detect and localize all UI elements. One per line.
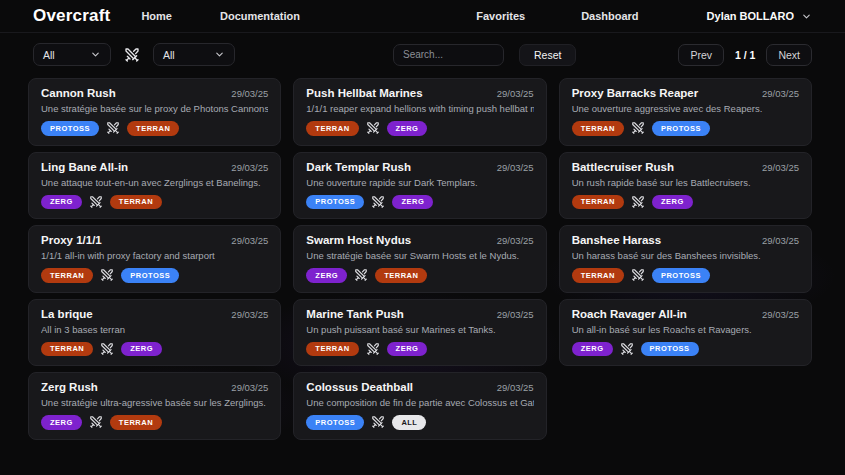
crossed-swords-icon	[631, 268, 645, 282]
build-card[interactable]: Colossus Deathball 29/03/25 Une composit…	[293, 372, 546, 440]
race-badge: TERRAN	[110, 415, 162, 430]
reset-button[interactable]: Reset	[519, 44, 576, 66]
race-badge: TERRAN	[127, 121, 179, 136]
card-races: ZERGTERRAN	[41, 415, 268, 430]
nav-item-dashboard[interactable]: Dashboard	[581, 10, 638, 22]
card-date: 29/03/25	[231, 235, 268, 246]
build-card[interactable]: Proxy Barracks Reaper 29/03/25 Une ouver…	[559, 78, 812, 146]
card-header: Roach Ravager All-in 29/03/25	[572, 308, 799, 320]
race-badge: ZERG	[387, 342, 428, 357]
race-filter-2-value: All	[163, 49, 175, 61]
card-races: PROTOSSZERG	[306, 195, 533, 210]
race-badge: TERRAN	[572, 121, 624, 136]
build-card[interactable]: Roach Ravager All-in 29/03/25 Un all-in …	[559, 299, 812, 367]
race-filter-1-value: All	[43, 49, 55, 61]
card-title: Proxy Barracks Reaper	[572, 87, 699, 99]
prev-page-button[interactable]: Prev	[678, 44, 724, 66]
card-title: Dark Templar Rush	[306, 161, 411, 173]
card-races: TERRANPROTOSS	[572, 268, 799, 283]
race-badge: ZERG	[121, 342, 162, 357]
crossed-swords-icon	[371, 195, 385, 209]
top-navbar: Overcraft Home Documentation Favorites D…	[0, 0, 845, 33]
card-races: ZERGPROTOSS	[572, 342, 799, 357]
race-badge: TERRAN	[572, 268, 624, 283]
card-description: Un push puissant basé sur Marines et Tan…	[306, 324, 533, 335]
card-title: Swarm Host Nydus	[306, 234, 411, 246]
build-card[interactable]: Push Hellbat Marines 29/03/25 1/1/1 reap…	[293, 78, 546, 146]
build-card[interactable]: Banshee Harass 29/03/25 Un harass basé s…	[559, 225, 812, 293]
next-page-button[interactable]: Next	[766, 44, 812, 66]
race-badge: ZERG	[572, 342, 613, 357]
page-indicator: 1 / 1	[735, 49, 755, 61]
nav-item-documentation[interactable]: Documentation	[220, 10, 300, 22]
crossed-swords-icon	[106, 121, 120, 135]
card-header: Ling Bane All-in 29/03/25	[41, 161, 268, 173]
crossed-swords-icon	[631, 121, 645, 135]
card-title: Marine Tank Push	[306, 308, 404, 320]
build-card[interactable]: Swarm Host Nydus 29/03/25 Une stratégie …	[293, 225, 546, 293]
build-card[interactable]: Marine Tank Push 29/03/25 Un push puissa…	[293, 299, 546, 367]
card-title: Cannon Rush	[41, 87, 116, 99]
user-name: Dylan BOLLARO	[707, 10, 794, 22]
card-header: Swarm Host Nydus 29/03/25	[306, 234, 533, 246]
race-badge: PROTOSS	[652, 121, 710, 136]
card-description: Une stratégie basée sur Swarm Hosts et l…	[306, 250, 533, 261]
crossed-swords-icon	[89, 195, 103, 209]
race-badge: TERRAN	[375, 268, 427, 283]
card-races: TERRANZERG	[572, 195, 799, 210]
card-title: Colossus Deathball	[306, 381, 413, 393]
race-filter-dropdown-2[interactable]: All	[153, 43, 235, 66]
race-badge: TERRAN	[41, 268, 93, 283]
build-card[interactable]: Proxy 1/1/1 29/03/25 1/1/1 all-in with p…	[28, 225, 281, 293]
card-description: Un harass basé sur des Banshees invisibl…	[572, 250, 799, 261]
card-description: Une stratégie ultra-agressive basée sur …	[41, 397, 268, 408]
card-header: Marine Tank Push 29/03/25	[306, 308, 533, 320]
card-date: 29/03/25	[762, 162, 799, 173]
race-filter-dropdown-1[interactable]: All	[33, 43, 111, 66]
nav-item-favorites[interactable]: Favorites	[476, 10, 525, 22]
card-races: TERRANZERG	[41, 342, 268, 357]
card-description: 1/1/1 reaper expand hellions with timing…	[306, 103, 533, 114]
race-badge: ALL	[392, 415, 426, 430]
search-input[interactable]	[393, 44, 504, 66]
card-header: Dark Templar Rush 29/03/25	[306, 161, 533, 173]
card-date: 29/03/25	[762, 235, 799, 246]
card-races: PROTOSSALL	[306, 415, 533, 430]
build-card[interactable]: Zerg Rush 29/03/25 Une stratégie ultra-a…	[28, 372, 281, 440]
race-badge: PROTOSS	[652, 268, 710, 283]
build-card[interactable]: Battlecruiser Rush 29/03/25 Un rush rapi…	[559, 152, 812, 220]
card-description: Une ouverture aggressive avec des Reaper…	[572, 103, 799, 114]
nav-item-home[interactable]: Home	[141, 10, 172, 22]
race-badge: ZERG	[652, 195, 693, 210]
card-header: Colossus Deathball 29/03/25	[306, 381, 533, 393]
card-description: Un rush rapide basé sur les Battlecruise…	[572, 177, 799, 188]
race-badge: PROTOSS	[641, 342, 699, 357]
card-description: 1/1/1 all-in with proxy factory and star…	[41, 250, 268, 261]
race-badge: ZERG	[306, 268, 347, 283]
versus-separator	[124, 47, 140, 63]
race-badge: PROTOSS	[306, 195, 364, 210]
card-date: 29/03/25	[231, 382, 268, 393]
crossed-swords-icon	[366, 342, 380, 356]
race-badge: TERRAN	[41, 342, 93, 357]
race-badge: ZERG	[392, 195, 433, 210]
card-title: Proxy 1/1/1	[41, 234, 102, 246]
card-title: Zerg Rush	[41, 381, 98, 393]
card-races: ZERGTERRAN	[306, 268, 533, 283]
chevron-down-icon	[90, 49, 101, 60]
card-header: Battlecruiser Rush 29/03/25	[572, 161, 799, 173]
card-description: Une stratégie basée sur le proxy de Phot…	[41, 103, 268, 114]
build-card[interactable]: Ling Bane All-in 29/03/25 Une attaque to…	[28, 152, 281, 220]
card-header: Proxy 1/1/1 29/03/25	[41, 234, 268, 246]
card-date: 29/03/25	[497, 309, 534, 320]
app-logo[interactable]: Overcraft	[33, 6, 110, 26]
build-card[interactable]: Cannon Rush 29/03/25 Une stratégie basée…	[28, 78, 281, 146]
card-header: Push Hellbat Marines 29/03/25	[306, 87, 533, 99]
build-card[interactable]: La brique 29/03/25 All in 3 bases terran…	[28, 299, 281, 367]
crossed-swords-icon	[366, 121, 380, 135]
user-menu[interactable]: Dylan BOLLARO	[707, 10, 812, 22]
build-card[interactable]: Dark Templar Rush 29/03/25 Une ouverture…	[293, 152, 546, 220]
race-badge: TERRAN	[306, 342, 358, 357]
card-title: Banshee Harass	[572, 234, 662, 246]
race-badge: ZERG	[41, 415, 82, 430]
